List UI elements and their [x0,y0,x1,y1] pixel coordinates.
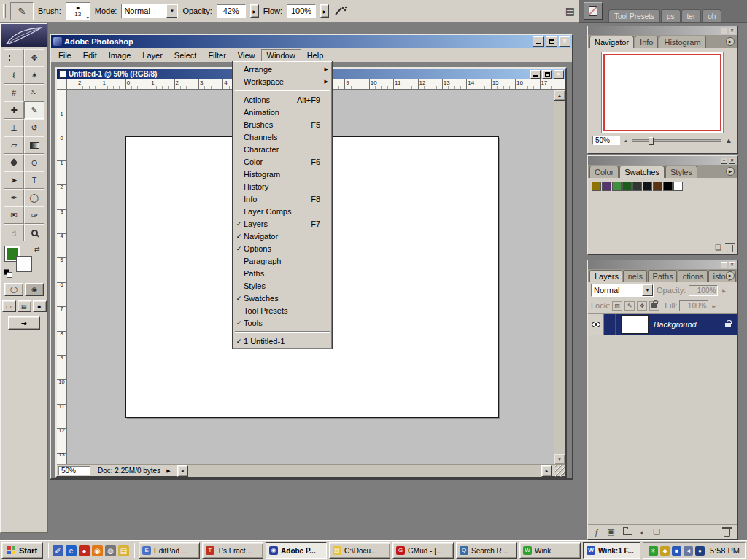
layer-mask-icon[interactable]: ▣ [607,527,614,537]
background-color-swatch[interactable] [17,257,31,271]
menu-item[interactable]: Help [301,49,330,62]
minimize-button[interactable]: – [721,262,727,268]
color-swatch[interactable] [653,182,662,191]
tray-icon-1[interactable]: ✳ [649,546,658,556]
vertical-ruler[interactable]: 1012345678910111213 [57,90,67,464]
palette-tab[interactable]: Histogram [659,36,705,48]
palette-tab[interactable]: Info [635,36,658,48]
layer-opacity-field[interactable]: 100% [689,285,718,296]
zoom-field[interactable]: 50% [58,466,90,475]
color-swatch[interactable] [632,182,642,191]
color-swatch[interactable] [622,182,632,191]
brush-tool[interactable]: ✎ [24,101,44,119]
hand-tool[interactable]: ☝ [4,224,24,241]
window-menu-item[interactable]: ✓ Actions Alt+F9 ▶ [233,93,331,106]
scrollbar-track[interactable] [554,101,565,454]
photoshop-logo[interactable] [1,24,47,47]
scroll-up-button[interactable]: ▲ [554,90,565,101]
blend-mode-select[interactable]: Normal ▼ [121,4,178,18]
menu-item[interactable]: Filter [202,49,231,62]
window-menu-item[interactable]: ✓ Info F8 ▶ [233,192,331,205]
layer-row-background[interactable]: Background [588,314,737,335]
gradient-tool[interactable] [24,136,44,154]
window-menu-item[interactable]: ✓ Histogram ▶ [233,168,331,180]
default-colors-icon[interactable] [4,269,12,278]
palette-tab[interactable]: Paths [648,270,677,282]
history-brush-tool[interactable]: ↺ [24,119,44,136]
trash-icon[interactable] [724,529,730,537]
window-menu-item[interactable]: ✓ Layer Comps ▶ [233,205,331,217]
rectangular-marquee-tool[interactable] [4,49,24,66]
palette-title-bar[interactable]: – ✕ [588,26,737,35]
window-menu-item[interactable]: ✓ Tools ▶ [233,316,331,329]
navigator-view-box[interactable] [603,54,721,131]
slice-tool[interactable]: ✁ [24,84,44,101]
ruler-origin[interactable] [57,79,67,90]
tray-icon-3[interactable]: ■ [672,546,681,556]
navigator-preview[interactable] [601,52,724,133]
jump-to-imageready-button[interactable]: ➔ [8,316,40,330]
lock-position-button[interactable]: ✥ [637,301,647,311]
type-tool[interactable]: T [24,171,44,189]
quicklaunch-icon-2[interactable]: e [66,545,77,556]
zoom-in-icon[interactable]: ▲ [725,136,732,144]
menu-item[interactable]: Edit [77,49,103,62]
app-title-bar[interactable]: Adobe Photoshop ✕ [51,35,572,48]
zoom-tool[interactable] [24,224,44,241]
scrollbar-track[interactable] [188,465,541,477]
flow-arrow-button[interactable]: ▶ [320,4,329,18]
new-layer-icon[interactable]: ❏ [653,527,660,537]
palette-title-bar[interactable]: – ✕ [588,156,737,165]
scroll-left-button[interactable]: ◄ [177,465,188,477]
well-tab[interactable]: ter [681,9,702,22]
close-button[interactable]: ✕ [729,28,735,34]
task-adobe-photoshop[interactable]: ◉ Adobe P... [266,542,327,559]
task-wink-file[interactable]: W Wink:1 F... [583,542,640,559]
close-button[interactable]: ✕ [559,36,570,47]
layer-blend-mode-select[interactable]: Normal ▼ [591,284,654,297]
trash-icon[interactable] [727,245,733,252]
start-button[interactable]: Start [1,542,43,559]
tray-icon-2[interactable]: ◆ [660,546,670,556]
zoom-slider-thumb[interactable] [649,137,654,145]
dodge-tool[interactable]: ⊙ [24,154,44,171]
quicklaunch-icon-1[interactable]: ✐ [53,545,63,556]
window-menu-item[interactable]: ✓ Paths ▶ [233,267,331,279]
minimize-button[interactable]: – [721,158,727,164]
palette-tab[interactable]: Swatches [619,166,665,178]
palette-tab[interactable]: Navigator [589,36,634,48]
menu-item[interactable]: View [232,49,261,62]
window-menu-item[interactable]: ✓ Arrange ▶ [233,63,331,75]
window-menu-item[interactable]: ✓ Layers F7 ▶ [233,217,331,230]
horizontal-scrollbar[interactable]: ◄ ► [177,465,552,477]
eraser-tool[interactable]: ▱ [4,136,24,154]
color-swatch[interactable] [663,182,673,191]
chevron-down-icon[interactable]: ▼ [642,284,653,296]
quicklaunch-icon-6[interactable]: ▤ [118,545,129,556]
menu-item[interactable]: Select [169,49,203,62]
well-tab[interactable]: ps [661,9,681,22]
window-menu-item[interactable]: ✓ Character ▶ [233,143,331,155]
airbrush-icon[interactable] [333,5,348,18]
zoom-out-icon[interactable]: ▲ [624,139,628,143]
window-menu-item[interactable]: ✓ Tool Presets ▶ [233,304,331,316]
lasso-tool[interactable]: ℓ [4,66,24,84]
fullscreen-button[interactable]: ■ [33,300,47,312]
visibility-toggle[interactable] [588,314,604,335]
fullscreen-menubar-button[interactable]: ▤ [18,300,31,312]
close-button[interactable]: ✕ [554,70,564,79]
minimize-button[interactable]: – [721,28,727,34]
lock-transparency-button[interactable]: ▨ [612,301,622,311]
chevron-down-icon[interactable]: ▼ [166,4,177,18]
window-menu-item[interactable]: ✓ 1 Untitled-1 ▶ [233,335,331,347]
vertical-scrollbar[interactable]: ▲ ▼ [554,90,565,464]
menu-item[interactable]: Window [261,49,301,62]
resize-grip[interactable] [555,465,565,477]
task-ts-fract[interactable]: T T's Fract... [202,542,263,559]
close-button[interactable]: ✕ [729,158,735,164]
layer-thumbnail[interactable] [621,315,649,334]
palette-tab[interactable]: Styles [665,166,697,178]
well-tab[interactable]: Tool Presets [608,9,660,22]
layer-style-icon[interactable]: ƒ [595,528,599,537]
window-menu-item[interactable]: ✓ Animation ▶ [233,106,331,118]
